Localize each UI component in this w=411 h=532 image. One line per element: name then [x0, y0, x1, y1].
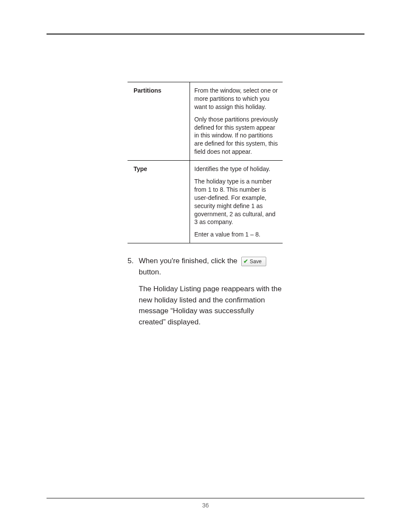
paragraph: The holiday type is a number from 1 to 8… — [194, 177, 278, 226]
step-instruction: When you're finished, click the ✔ Save b… — [139, 255, 283, 277]
paragraph: From the window, select one or more part… — [194, 87, 278, 111]
text: button. — [139, 268, 161, 276]
definitions-table: Partitions From the window, select one o… — [128, 82, 283, 243]
paragraph: Enter a value from 1 – 8. — [194, 230, 278, 239]
page-frame: Partitions From the window, select one o… — [47, 34, 364, 509]
checkmark-icon: ✔ — [243, 258, 248, 264]
paragraph: Only those partitions previously defined… — [194, 115, 278, 156]
step-body: When you're finished, click the ✔ Save b… — [139, 255, 283, 333]
table-row: Type Identifies the type of holiday. The… — [128, 161, 283, 243]
save-button-label: Save — [250, 259, 262, 264]
row-description: From the window, select one or more part… — [190, 82, 283, 161]
step-result: The Holiday Listing page reappears with … — [139, 283, 283, 327]
text: When you're finished, click the — [139, 257, 237, 265]
table-row: Partitions From the window, select one o… — [128, 82, 283, 161]
save-button[interactable]: ✔ Save — [241, 257, 266, 266]
page-number: 36 — [47, 498, 364, 509]
row-description: Identifies the type of holiday. The holi… — [190, 161, 283, 243]
row-label: Type — [128, 161, 190, 243]
step-5: 5. When you're finished, click the ✔ Sav… — [128, 255, 283, 333]
paragraph: Identifies the type of holiday. — [194, 165, 278, 173]
page-content: Partitions From the window, select one o… — [128, 82, 283, 333]
row-label: Partitions — [128, 82, 190, 161]
step-number: 5. — [128, 255, 139, 333]
